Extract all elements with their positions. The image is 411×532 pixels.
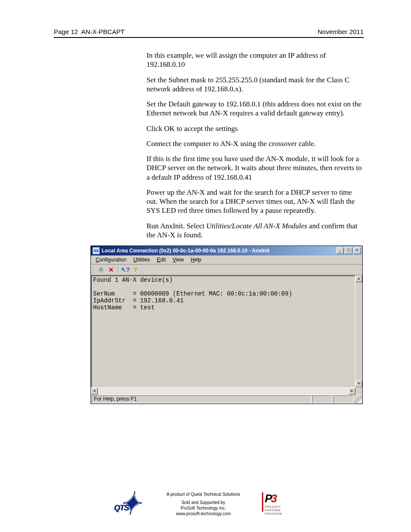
para-5: Connect the computer to AN-X using the c…: [146, 139, 364, 148]
page-header: Page 12 AN-X-PBCAPT November 2011: [54, 28, 364, 35]
scroll-right-icon[interactable]: ►: [349, 388, 355, 395]
qts-text: QTS: [114, 504, 128, 513]
header-rule: [54, 37, 364, 38]
horizontal-scrollbar[interactable]: ◄ ►: [91, 387, 362, 395]
header-date: November 2011: [318, 28, 364, 35]
titlebar[interactable]: AX Local Area Connection (0x2) 00-0c-1a-…: [91, 246, 362, 255]
para-4: Click OK to accept the settings: [146, 124, 364, 133]
p3-line3: PROGRAM: [265, 512, 282, 516]
status-text: For Help, press F1: [92, 395, 311, 403]
para-2: Set the Subnet mask to 255.255.255.0 (st…: [146, 75, 364, 94]
footer-line1: A product of Quest Technical Solutions: [166, 492, 240, 497]
minimize-button[interactable]: _: [336, 247, 344, 254]
menu-configuration[interactable]: Configuration: [93, 256, 129, 263]
anxinit-window: AX Local Area Connection (0x2) 00-0c-1a-…: [90, 246, 363, 404]
scroll-down-icon[interactable]: ▼: [355, 380, 362, 387]
para-1: In this example, we will assign the comp…: [146, 51, 364, 69]
body-content: In this example, we will assign the comp…: [146, 51, 364, 240]
menubar: Configuration Utilities Edit View Help: [91, 255, 362, 264]
page-number: 12: [71, 28, 78, 35]
window-title: Local Area Connection (0x2) 00-0c-1a-00-…: [102, 248, 335, 254]
scroll-up-icon[interactable]: ▲: [355, 275, 362, 282]
statusbar: For Help, press F1: [91, 395, 362, 404]
doc-title: AN-X-PBCAPT: [81, 28, 125, 35]
status-pane-3: [333, 395, 354, 403]
scroll-corner: [355, 388, 362, 395]
toolbar: ⎘ ✕ ↖? ?: [91, 264, 362, 275]
para-6: If this is the first time you have used …: [146, 154, 364, 182]
resize-grip-icon[interactable]: [355, 396, 361, 403]
menu-help[interactable]: Help: [188, 256, 205, 263]
toolbar-separator: [118, 266, 118, 274]
toolbar-separator: [94, 266, 94, 274]
close-button[interactable]: ×: [353, 247, 361, 254]
footer-center: A product of Quest Technical Solutions S…: [166, 492, 240, 516]
para-7: Power up the AN-X and wait for the searc…: [146, 188, 364, 215]
p3-logo: P 3 PROSOFT PARTNER PROGRAM: [262, 492, 301, 516]
footer-line4: www.prosoft-technology.com: [166, 511, 240, 516]
para-8: Run AnxInit. Select Utilities/Locate All…: [146, 221, 364, 240]
delete-icon[interactable]: ✕: [107, 265, 115, 274]
help-icon[interactable]: ?: [131, 265, 140, 274]
para-8-menu-path: Utilities/Locate All AN-X Modules: [206, 222, 307, 230]
page-footer: ✦ QTS A product of Quest Technical Solut…: [0, 489, 411, 519]
maximize-button[interactable]: □: [345, 247, 352, 254]
status-pane-2: [312, 395, 333, 403]
app-icon: AX: [92, 247, 100, 255]
p3-line1: PROSOFT: [265, 505, 282, 509]
footer-line3: ProSoft Technology Inc.: [166, 505, 240, 511]
footer-line2: Sold and Supported by: [166, 500, 240, 505]
qts-logo: ✦ QTS: [110, 489, 145, 519]
page-label: Page: [54, 28, 69, 35]
p3-pipe-icon: [262, 492, 263, 512]
p3-line2: PARTNER: [265, 509, 282, 512]
hscroll-track[interactable]: [98, 388, 349, 395]
menu-view[interactable]: View: [170, 256, 187, 263]
copy-icon[interactable]: ⎘: [97, 265, 106, 274]
menu-utilities[interactable]: Utilities: [130, 256, 153, 263]
menu-edit[interactable]: Edit: [154, 256, 169, 263]
console-output: Found 1 AN-X device(s) SerNum = 00000009…: [91, 275, 355, 387]
scroll-left-icon[interactable]: ◄: [91, 388, 98, 395]
vertical-scrollbar[interactable]: ▲ ▼: [355, 275, 362, 387]
para-3: Set the Default gateway to 192.168.0.1 (…: [146, 100, 364, 118]
p3-3-icon: 3: [271, 492, 277, 505]
whats-this-icon[interactable]: ↖?: [121, 265, 130, 274]
para-8-lead: Run AnxInit. Select: [146, 222, 206, 230]
